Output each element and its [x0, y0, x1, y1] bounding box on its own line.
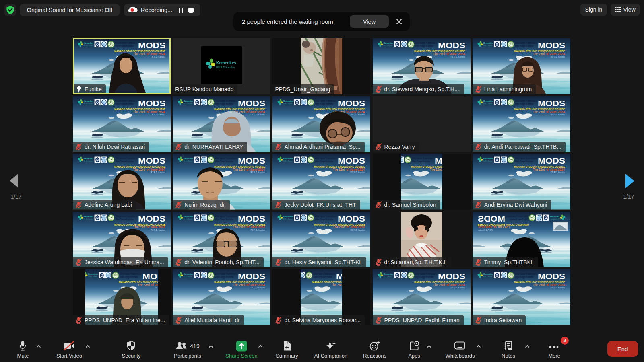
svg-text:RS R.D Kandou: RS R.D Kandou	[216, 66, 235, 69]
svg-text:Kemenkes: Kemenkes	[216, 61, 236, 65]
